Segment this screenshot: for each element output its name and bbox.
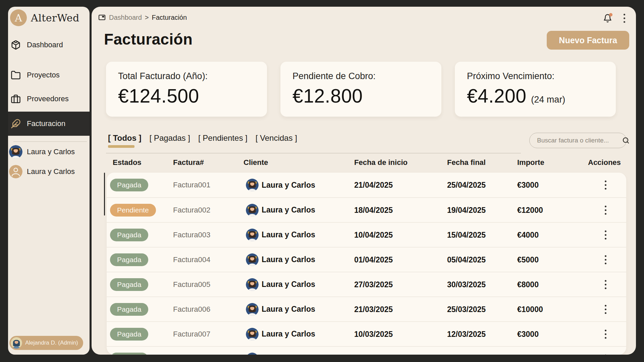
column-header-fecha-inicio: Fecha de inicio [354,158,408,167]
table-row[interactable]: Pagada [107,346,626,355]
breadcrumb-separator: > [145,14,149,21]
status-badge: Pendiente [110,204,156,217]
start-date: 18/04/2025 [354,205,393,215]
status-badge: Pagada [110,278,148,291]
start-date: 10/04/2025 [354,230,393,239]
client-cell: Laura y Carlos [246,204,315,217]
invoices-table: Pagada Factura001 Laura y Carlos 21/04/2… [107,173,626,355]
client-placeholder-avatar [9,165,22,178]
stat-card-pendiente-cobro: Pendiente de Cobro: €12.800 [280,62,441,117]
window-icon [98,13,106,21]
breadcrumb: Dashboard > Facturación [98,13,187,22]
client-avatar [246,204,259,217]
sidebar-item-proveedores[interactable]: Proveedores [8,89,90,108]
tab-pagadas[interactable]: [ Pagadas ] [150,133,190,143]
notifications-bell-icon[interactable] [603,14,612,23]
client-name: Laura y Carlos [262,181,315,190]
start-date: 01/04/2025 [354,255,393,264]
row-actions-kebab-icon[interactable] [602,229,609,241]
invoice-id: Factura002 [173,206,210,215]
breadcrumb-current: Facturación [152,14,187,21]
search-input[interactable] [537,137,619,144]
client-name: Laura y Carlos [262,329,315,339]
sidebar-client-laura-y-carlos-2[interactable]: Laura y Carlos [8,164,90,180]
client-name: Laura y Carlos [262,305,315,314]
row-actions-kebab-icon[interactable] [602,253,609,266]
client-cell: Laura y Carlos [246,253,315,266]
status-badge: Pagada [110,179,148,191]
table-row[interactable]: Pagada Factura003 Laura y Carlos 10/04/2… [107,222,626,247]
stat-label: Pendiente de Cobro: [292,71,429,81]
search-icon[interactable] [622,136,630,144]
header-kebab-icon[interactable] [622,12,627,24]
sidebar-item-facturacion[interactable]: Facturacion [8,112,90,136]
start-date: 10/03/2025 [354,329,393,339]
sidebar-item-label: Facturacion [27,119,65,128]
briefcase-icon [11,94,21,104]
stat-value: €124.500 [118,85,199,107]
stat-card-proximo-vencimiento: Próximo Vencimiento: €4.200 (24 mar) [455,62,616,117]
stat-suffix: (24 mar) [531,95,565,105]
search-box[interactable] [529,133,627,148]
invoice-id: Factura003 [173,231,210,239]
sidebar-item-dashboard[interactable]: Dashboard [8,36,90,54]
client-avatar [246,328,259,341]
client-avatar [246,303,259,316]
table-row[interactable]: Pendiente Factura002 Laura y Carlos 18/0… [107,197,626,222]
breadcrumb-dashboard-link[interactable]: Dashboard [109,14,142,21]
sidebar-item-proyectos[interactable]: Proyectos [8,66,90,84]
client-name: Laura y Carlos [27,167,75,176]
row-actions-kebab-icon[interactable] [602,353,609,355]
start-date: 21/04/2025 [354,181,393,190]
sidebar-client-laura-y-carlos[interactable]: Laura y Carlos [8,144,90,160]
invoice-id: Factura004 [173,255,210,264]
logo-icon: A [10,9,27,26]
tab-pendientes[interactable]: [ Pendientes ] [198,133,248,143]
notification-dot [609,13,612,16]
row-actions-kebab-icon[interactable] [602,328,609,340]
row-actions-kebab-icon[interactable] [602,204,609,216]
end-date: 15/04/2025 [447,230,486,239]
table-scrollbar[interactable] [104,173,105,216]
status-badge: Pagada [110,303,148,316]
row-actions-kebab-icon[interactable] [602,278,609,291]
client-avatar [246,179,259,191]
page-title: Facturación [104,30,193,48]
client-avatar [246,229,259,241]
client-name: Laura y Carlos [262,205,315,215]
status-badge: Pagada [110,253,148,266]
end-date: 05/04/2025 [447,255,486,264]
stat-label: Próximo Vencimiento: [467,71,604,81]
client-name: Laura y Carlos [262,280,315,289]
end-date: 30/03/2025 [447,280,486,289]
table-row[interactable]: Pagada Factura004 Laura y Carlos 01/04/2… [107,247,626,272]
client-photo-avatar [9,145,22,159]
client-avatar [246,253,259,266]
table-row[interactable]: Pagada Factura007 Laura y Carlos 10/03/2… [107,321,626,346]
table-row[interactable]: Pagada Factura006 Laura y Carlos 21/03/2… [107,297,626,321]
admin-user-pill[interactable]: Alejandra D. (Admin) [9,336,83,350]
sidebar-divider [13,141,87,142]
cube-icon [11,40,21,50]
row-actions-kebab-icon[interactable] [602,303,609,315]
client-name: Laura y Carlos [27,147,75,156]
table-row[interactable]: Pagada Factura005 Laura y Carlos 27/03/2… [107,272,626,297]
client-avatar [246,278,259,291]
client-avatar [246,353,259,355]
row-actions-kebab-icon[interactable] [602,179,609,191]
status-badge: Pagada [110,229,148,241]
new-invoice-button[interactable]: Nuevo Factura [547,31,629,50]
column-header-estados: Estados [113,158,142,167]
client-cell: Laura y Carlos [246,179,315,191]
tab-todos[interactable]: [ Todos ] [108,133,142,143]
tab-vencidas[interactable]: [ Vencidas ] [256,133,297,143]
header-actions [603,12,627,24]
app-frame: A AlterWed Dashboard Proyectos [0,0,644,362]
status-badge: Pagada [110,328,148,341]
invoice-id: Factura007 [173,330,210,339]
column-header-cliente: Cliente [244,158,268,167]
sidebar-item-label: Proveedores [27,95,69,103]
main-content: Dashboard > Facturación Facturación Nuev… [92,7,636,355]
start-date: 21/03/2025 [354,305,393,314]
table-row[interactable]: Pagada Factura001 Laura y Carlos 21/04/2… [107,173,626,197]
